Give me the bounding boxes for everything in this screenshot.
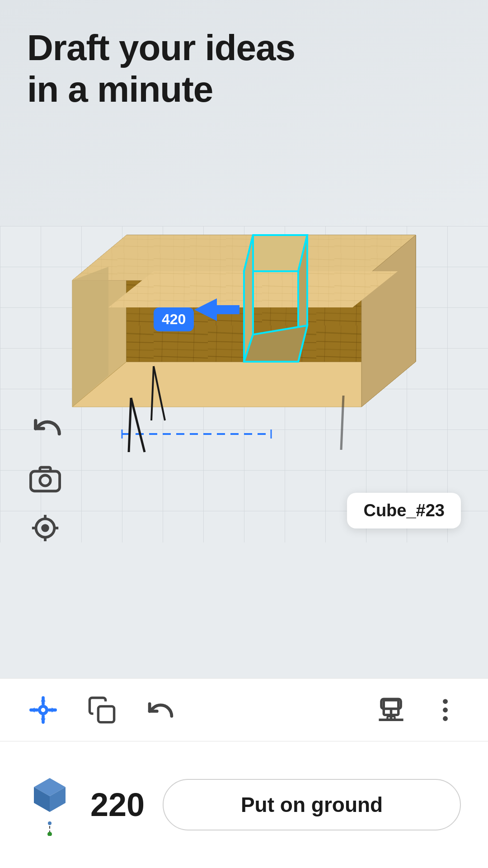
arrow-indicator: [194, 296, 239, 325]
cube-icon-container: [27, 774, 72, 836]
toolbar-undo-button[interactable]: [145, 694, 176, 726]
paint-button[interactable]: [375, 694, 407, 726]
put-on-ground-label: Put on ground: [241, 793, 383, 816]
cube-label: Cube_#23: [347, 493, 461, 528]
title-line2: in a minute: [27, 69, 213, 109]
height-number: 220: [90, 787, 145, 823]
svg-marker-55: [31, 708, 34, 712]
furniture-3d: [45, 145, 443, 470]
more-options-button[interactable]: [429, 694, 461, 726]
target-button[interactable]: [23, 506, 67, 550]
svg-point-73: [47, 832, 52, 836]
cube-name: Cube_#23: [363, 501, 445, 520]
svg-marker-53: [41, 698, 46, 701]
svg-point-66: [443, 708, 448, 712]
measurement-value: 420: [162, 311, 186, 327]
measurement-badge: 420: [154, 307, 194, 331]
camera-button[interactable]: [23, 457, 68, 502]
svg-point-41: [40, 475, 50, 486]
bottom-panel: 220 Put on ground: [0, 741, 488, 868]
undo-button[interactable]: [27, 407, 68, 448]
toolbar-left: [27, 694, 375, 726]
svg-rect-57: [98, 706, 114, 722]
svg-marker-56: [52, 708, 55, 712]
header-section: Draft your ideas in a minute: [27, 27, 295, 110]
duplicate-button[interactable]: [86, 694, 117, 726]
height-axis-dots: [32, 821, 68, 836]
svg-marker-39: [194, 298, 239, 321]
bottom-toolbar: [0, 678, 488, 741]
put-on-ground-button[interactable]: Put on ground: [163, 779, 461, 830]
cube-3d-icon: [27, 774, 72, 819]
move-button[interactable]: [27, 694, 59, 726]
title-line1: Draft your ideas: [27, 28, 295, 68]
svg-point-72: [48, 821, 52, 825]
svg-point-48: [39, 706, 47, 713]
height-value-display: 220: [90, 786, 145, 823]
toolbar-right: [375, 694, 461, 726]
svg-marker-54: [41, 718, 46, 722]
page-title: Draft your ideas in a minute: [27, 27, 295, 110]
svg-point-67: [443, 716, 448, 721]
svg-point-43: [42, 525, 48, 531]
svg-point-65: [443, 699, 448, 704]
